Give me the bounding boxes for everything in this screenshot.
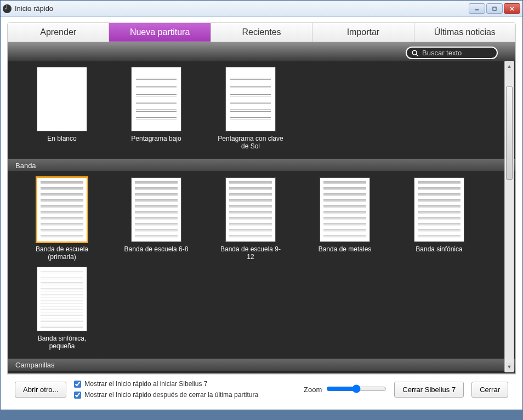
thumbnail: [37, 67, 87, 131]
zoom-control: Zoom: [304, 384, 386, 395]
scroll-down-arrow[interactable]: ▼: [506, 363, 513, 371]
section-header-banda: Banda: [8, 159, 515, 172]
template-label: Banda sinfónica, pequeña: [29, 335, 95, 350]
template-banda-escuela-9-12[interactable]: Banda de escuela 9-12: [217, 177, 284, 261]
template-label: Banda de metales: [319, 245, 372, 261]
tab-importar[interactable]: Importar: [312, 23, 414, 42]
template-browser: En blanco Pentagrama bajo Pentagrama con…: [7, 42, 516, 374]
svg-point-4: [412, 50, 417, 55]
template-banda-sinfonica-pequena[interactable]: Banda sinfónica, pequeña: [29, 267, 95, 350]
app-icon: [3, 4, 12, 13]
quick-start-window: Inicio rápido Aprender Nueva partitura R…: [0, 0, 523, 410]
thumbnail: [225, 177, 276, 242]
template-label: Banda de escuela 9-12: [217, 245, 284, 261]
thumbnail: [37, 267, 87, 331]
zoom-slider[interactable]: [326, 384, 386, 395]
checkbox-label: Mostrar el Inicio rápido después de cerr…: [84, 391, 258, 399]
tab-ultimas-noticias[interactable]: Últimas noticias: [414, 23, 515, 42]
close-sibelius-button[interactable]: Cerrar Sibelius 7: [394, 382, 464, 398]
svg-line-5: [416, 54, 418, 56]
checkbox-show-after-close[interactable]: Mostrar el Inicio rápido después de cerr…: [74, 391, 296, 399]
checkbox-show-on-start[interactable]: Mostrar el Inicio rápido al iniciar Sibe…: [74, 380, 296, 388]
scroll-area: En blanco Pentagrama bajo Pentagrama con…: [8, 61, 515, 373]
template-pentagrama-bajo[interactable]: Pentagrama bajo: [123, 67, 190, 151]
thumbnail: [320, 177, 370, 242]
scroll-up-arrow[interactable]: ▲: [506, 62, 513, 71]
thumbnail: [131, 177, 181, 242]
open-other-button[interactable]: Abrir otro...: [15, 382, 66, 398]
template-label: Banda de escuela (primaria): [29, 245, 95, 261]
minimize-button[interactable]: [469, 3, 485, 14]
search-icon: [411, 49, 419, 57]
template-label: En blanco: [47, 135, 76, 150]
template-banda-metales[interactable]: Banda de metales: [311, 177, 378, 261]
search-input[interactable]: [422, 49, 488, 57]
template-banda-escuela-6-8[interactable]: Banda de escuela 6-8: [123, 177, 190, 261]
tab-bar: Aprender Nueva partitura Recientes Impor…: [7, 22, 516, 42]
checkbox-show-on-start-input[interactable]: [74, 381, 81, 388]
maximize-button[interactable]: [486, 3, 503, 14]
template-label: Banda sinfónica: [416, 245, 462, 261]
checkbox-label: Mostrar el Inicio rápido al iniciar Sibe…: [84, 380, 207, 388]
template-label: Pentagrama con clave de Sol: [217, 135, 284, 151]
template-label: Pentagrama bajo: [131, 135, 181, 150]
content-area: Aprender Nueva partitura Recientes Impor…: [1, 17, 522, 410]
tab-aprender[interactable]: Aprender: [8, 23, 109, 42]
window-buttons: [469, 3, 520, 14]
zoom-label: Zoom: [304, 386, 322, 394]
scrollbar-thumb[interactable]: [506, 87, 513, 180]
template-label: Banda de escuela 6-8: [124, 245, 189, 261]
thumbnail: [37, 177, 87, 242]
grid-banda: Banda de escuela (primaria) Banda de esc…: [8, 172, 515, 359]
svg-rect-1: [493, 7, 496, 10]
startup-options: Mostrar el Inicio rápido al iniciar Sibe…: [74, 380, 296, 399]
section-header-campanillas: Campanillas: [8, 359, 515, 371]
template-banda-escuela-primaria[interactable]: Banda de escuela (primaria): [29, 177, 95, 261]
zoom-slider-input[interactable]: [326, 384, 386, 393]
checkbox-show-after-close-input[interactable]: [74, 392, 81, 399]
tab-recientes[interactable]: Recientes: [211, 23, 312, 42]
grid-no-category: En blanco Pentagrama bajo Pentagrama con…: [8, 61, 515, 159]
thumbnail: [225, 67, 276, 131]
close-window-button[interactable]: [504, 3, 520, 14]
browser-toolbar: [8, 42, 515, 61]
template-en-blanco[interactable]: En blanco: [29, 67, 95, 151]
vertical-scrollbar[interactable]: ▲ ▼: [504, 61, 514, 372]
footer-bar: Abrir otro... Mostrar el Inicio rápido a…: [7, 374, 516, 404]
template-pentagrama-clave-sol[interactable]: Pentagrama con clave de Sol: [217, 67, 284, 151]
search-field-wrap[interactable]: [406, 47, 498, 59]
tab-nueva-partitura[interactable]: Nueva partitura: [109, 23, 211, 42]
thumbnail: [414, 177, 464, 242]
template-banda-sinfonica[interactable]: Banda sinfónica: [406, 177, 473, 261]
close-button[interactable]: Cerrar: [471, 382, 508, 398]
window-title: Inicio rápido: [15, 4, 469, 13]
titlebar: Inicio rápido: [1, 1, 522, 17]
thumbnail: [131, 67, 181, 131]
